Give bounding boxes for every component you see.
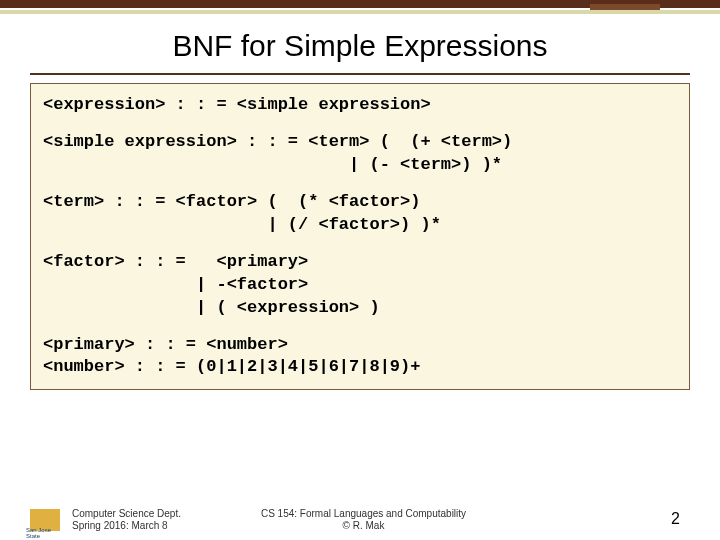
university-logo-icon: San Jose State [30,509,60,531]
slide-title: BNF for Simple Expressions [0,29,720,63]
footer-dept: Computer Science Dept. [72,508,181,520]
university-name: San Jose State [26,527,66,539]
rule-primary-number: <primary> : : = <number> <number> : : = … [43,334,677,380]
rule-factor: <factor> : : = <primary> | -<factor> | (… [43,251,677,320]
footer-course: CS 154: Formal Languages and Computabili… [261,508,466,520]
title-divider [30,73,690,75]
footer-date: Spring 2016: March 8 [72,520,181,532]
footer-author: © R. Mak [261,520,466,532]
footer-left: Computer Science Dept. Spring 2016: Marc… [72,508,181,532]
rule-expression: <expression> : : = <simple expression> [43,94,677,117]
bnf-content-box: <expression> : : = <simple expression> <… [30,83,690,390]
rule-simple-expression: <simple expression> : : = <term> ( (+ <t… [43,131,677,177]
accent-bar [0,10,720,14]
footer-center: CS 154: Formal Languages and Computabili… [261,508,466,532]
footer: San Jose State Computer Science Dept. Sp… [0,508,720,532]
page-number: 2 [671,510,680,528]
rule-term: <term> : : = <factor> ( (* <factor>) | (… [43,191,677,237]
